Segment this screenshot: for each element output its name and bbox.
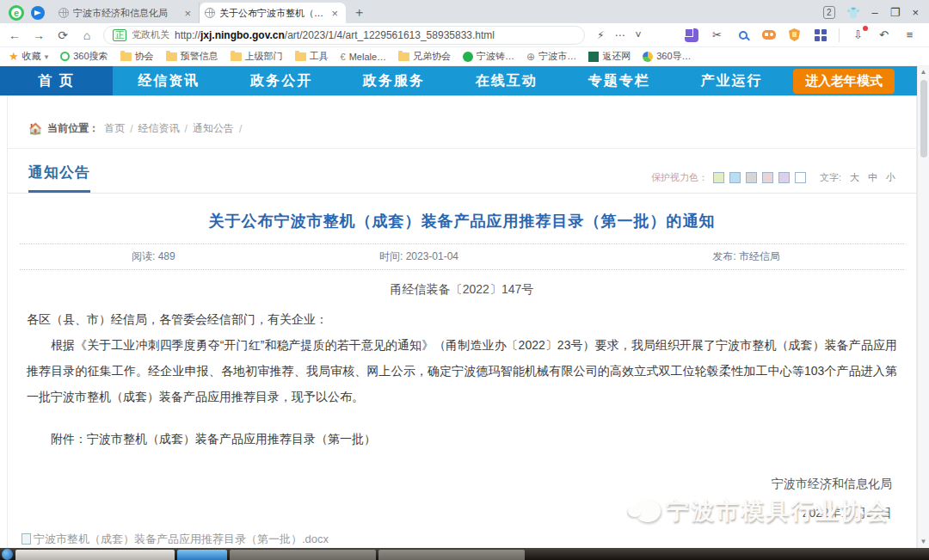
eye-color-swatch[interactable] xyxy=(778,172,790,183)
taskbar-window-button[interactable] xyxy=(378,550,525,560)
nav-item-special-columns[interactable]: 专题专栏 xyxy=(563,66,675,95)
bookmark-folder-gongju[interactable]: 工具 xyxy=(295,50,329,63)
cert-badge-icon: 正 xyxy=(113,29,126,41)
forward-icon[interactable]: → xyxy=(31,28,46,42)
back-icon[interactable]: ← xyxy=(7,28,22,42)
bookmark-ningboshi[interactable]: ⊕宁波市… xyxy=(526,50,576,63)
minimize-button[interactable]: – xyxy=(872,6,878,19)
document-icon xyxy=(22,533,31,545)
tab-ningbo-bureau[interactable]: 宁波市经济和信息化局 × xyxy=(53,3,200,23)
new-tab-button[interactable]: ＋ xyxy=(346,4,376,23)
browser-logo-icon: e xyxy=(9,5,24,21)
publisher: 发布: 市经信局 xyxy=(514,249,904,264)
globe-favicon xyxy=(58,8,69,18)
close-window-button[interactable]: × xyxy=(912,6,919,19)
elder-mode-button[interactable]: 进入老年模式 xyxy=(793,69,895,94)
reading-tools: 保护视力色： 文字: 大 中 小 xyxy=(651,171,895,193)
attachment-docx-link[interactable]: 宁波市整机（成套）装备产品应用推荐目录（第一批）.docx xyxy=(22,532,916,547)
taskbar-window-button-active[interactable] xyxy=(177,550,227,560)
caret-down-icon: ▾ xyxy=(45,52,49,61)
tab-notice-article[interactable]: 关于公布宁波市整机（成套） × xyxy=(200,3,346,23)
bookmark-fanhuanwang[interactable]: 返还网 xyxy=(588,50,631,63)
bookmark-360search[interactable]: 360搜索 xyxy=(60,50,108,63)
body-paragraph: 根据《关于工业冲刺四季度勇夺“开门红”和稳产提质的若干意见的通知》（甬制造业办〔… xyxy=(27,332,897,409)
eye-color-swatch[interactable] xyxy=(713,172,724,183)
eye-protect-label: 保护视力色： xyxy=(651,171,708,184)
section-header: 通知公告 保护视力色： 文字: 大 中 小 xyxy=(8,149,916,194)
search-icon[interactable] xyxy=(739,31,748,40)
text-size-small[interactable]: 小 xyxy=(886,171,895,184)
nav-item-gov-open[interactable]: 政务公开 xyxy=(225,66,338,95)
nav-item-online-interact[interactable]: 在线互动 xyxy=(450,66,563,95)
start-button[interactable] xyxy=(2,549,13,560)
bookmark-melale[interactable]: €Melale… xyxy=(341,52,387,62)
nav-item-home[interactable]: 首 页 xyxy=(0,66,113,95)
download-icon[interactable]: ⇩ xyxy=(851,28,865,42)
watermark-text: 宁波市模具行业协会 xyxy=(666,495,890,526)
url-input[interactable]: 正 党政机关 http://jxj.ningbo.gov.cn/art/2023… xyxy=(103,26,585,45)
gamepad-icon[interactable] xyxy=(762,30,776,40)
undo-icon[interactable]: ↶ xyxy=(877,28,891,42)
bookmark-360nav[interactable]: 360导… xyxy=(643,50,691,63)
more-icon[interactable]: ⋯ xyxy=(614,29,624,41)
breadcrumb-home[interactable]: 首页 xyxy=(104,121,125,136)
text-size-large[interactable]: 大 xyxy=(850,171,859,184)
reload-icon[interactable]: ⟳ xyxy=(55,28,71,42)
scrollbar[interactable]: ▲ ▼ xyxy=(917,66,929,548)
extension-icon[interactable] xyxy=(685,28,698,42)
screenshot-scissors-icon[interactable]: ✂ xyxy=(710,28,724,42)
fanhuan-icon xyxy=(588,52,599,62)
bookmark-folder-yujing[interactable]: 预警信息 xyxy=(166,50,218,63)
scroll-up-icon[interactable]: ▲ xyxy=(920,66,927,78)
nav-item-industry-run[interactable]: 产业运行 xyxy=(675,66,788,95)
location-icon: 🏠 xyxy=(28,122,42,135)
attachment-line: 附件：宁波市整机（成套）装备产品应用推荐目录（第一批） xyxy=(27,432,897,447)
bookmark-ningbozhu[interactable]: 宁波铸… xyxy=(463,50,514,63)
breadcrumb-notices[interactable]: 通知公告 xyxy=(193,121,234,136)
shield-icon[interactable] xyxy=(789,28,800,41)
theme-skin-icon[interactable]: 👕 xyxy=(847,7,860,19)
article-body: 各区（县、市）经信局，各管委会经信部门，有关企业： 根据《关于工业冲刺四季度勇夺… xyxy=(27,306,897,409)
folder-icon xyxy=(295,52,306,61)
bookmark-folder-shangji[interactable]: 上级部门 xyxy=(231,50,283,63)
text-size-medium[interactable]: 中 xyxy=(868,171,877,184)
read-count: 阅读: 489 xyxy=(20,249,323,264)
browser-brand: e xyxy=(0,5,53,23)
eye-color-swatch[interactable] xyxy=(729,172,741,183)
close-icon[interactable]: × xyxy=(329,7,341,20)
article-meta: 阅读: 489 时间: 2023-01-04 发布: 市经信局 xyxy=(20,243,904,270)
tab-count-badge[interactable]: 2 xyxy=(823,6,835,19)
apps-grid-icon[interactable] xyxy=(815,29,827,41)
green-dot-icon xyxy=(463,52,473,62)
bookmark-folder-xiehui[interactable]: 协会 xyxy=(120,50,154,63)
scroll-down-icon[interactable]: ▼ xyxy=(920,536,927,548)
menu-icon[interactable]: ≡ xyxy=(902,28,917,42)
windows-taskbar xyxy=(0,548,929,560)
gov-verified-label: 党政机关 xyxy=(132,28,169,41)
nav-item-jingxin-news[interactable]: 经信资讯 xyxy=(113,66,225,95)
taskbar-window-button[interactable] xyxy=(15,550,175,560)
lightning-icon[interactable]: ⚡ xyxy=(597,29,604,41)
salutation: 各区（县、市）经信局，各管委会经信部门，有关企业： xyxy=(27,306,897,332)
bookmark-favorites[interactable]: ★ 收藏 ▾ xyxy=(9,50,48,63)
watermark: 宁波市模具行业协会 xyxy=(635,495,890,526)
chevron-down-icon[interactable]: ˅ xyxy=(635,29,641,41)
home-icon[interactable]: ⌂ xyxy=(79,28,95,42)
url-text: http://jxj.ningbo.gov.cn/art/2023/1/4/ar… xyxy=(175,29,495,41)
tab-bar: e 宁波市经济和信息化局 × 关于公布宁波市整机（成套） × ＋ 2 👕 – ❐… xyxy=(0,0,929,23)
close-icon[interactable]: × xyxy=(181,7,194,20)
nav-item-gov-service[interactable]: 政务服务 xyxy=(338,66,451,95)
maximize-button[interactable]: ❐ xyxy=(890,6,901,19)
breadcrumb-label: 当前位置： xyxy=(47,121,99,136)
eye-color-swatch[interactable] xyxy=(795,172,806,183)
360-nav-icon xyxy=(643,52,653,62)
tab-notice-announcements[interactable]: 通知公告 xyxy=(28,163,90,193)
taskbar-window-button[interactable] xyxy=(230,550,376,560)
eye-color-swatch[interactable] xyxy=(746,172,757,183)
eye-color-swatch[interactable] xyxy=(762,172,773,183)
bookmark-folder-xiongdi[interactable]: 兄弟协会 xyxy=(398,50,451,63)
breadcrumb-news[interactable]: 经信资讯 xyxy=(138,121,180,136)
document-number: 甬经信装备〔2022〕147号 xyxy=(8,282,916,298)
messenger-icon[interactable] xyxy=(31,6,45,20)
scrollbar-thumb[interactable] xyxy=(920,80,927,157)
